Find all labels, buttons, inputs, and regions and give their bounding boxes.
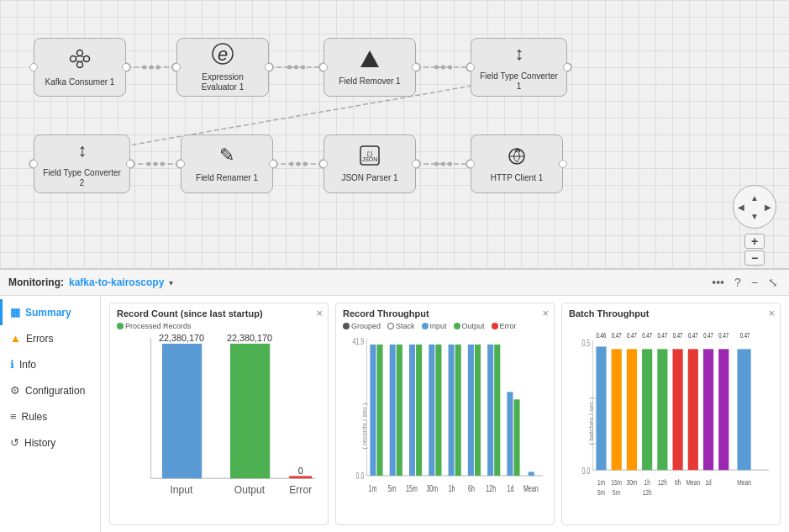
batch-throughput-close[interactable]: ×: [768, 307, 775, 319]
svg-rect-64: [390, 345, 396, 476]
node-expr[interactable]: eExpression Evaluator 1: [176, 38, 269, 97]
node-renamer[interactable]: ✎Field Renamer 1: [181, 134, 273, 193]
node-remover-icon: [359, 48, 381, 75]
svg-line-39: [80, 61, 84, 62]
svg-point-35: [84, 56, 90, 62]
svg-text:0: 0: [298, 465, 303, 475]
node-http[interactable]: HTTP Client 1: [471, 134, 563, 193]
compass-ring[interactable]: ▲ ◀ ▶ ▼: [733, 185, 776, 229]
svg-text:1d: 1d: [705, 478, 712, 487]
batch-throughput-svg: 0.5 0.0 0.46 0.47 0.47 0.47 0.47 0.47 0.…: [569, 322, 773, 519]
monitoring-more-btn[interactable]: •••: [709, 276, 727, 289]
input-bar[interactable]: [162, 344, 202, 478]
monitoring-minimize-btn[interactable]: −: [749, 276, 760, 289]
sidebar-item-configuration[interactable]: ⚙ Configuration: [0, 377, 100, 403]
sidebar-item-summary-label: Summary: [25, 307, 71, 319]
svg-text:0.0: 0.0: [581, 466, 590, 476]
monitoring-header: Monitoring: kafka-to-kairoscopy ▾ ••• ? …: [0, 269, 789, 296]
node-http-icon: [506, 145, 528, 171]
record-throughput-chart: Record Throughput × Grouped Stack Input …: [335, 303, 555, 525]
output-bar[interactable]: [230, 344, 270, 478]
node-json-left-port: [319, 160, 328, 168]
node-converter2-icon: ↕: [71, 140, 93, 166]
svg-point-1: [150, 66, 154, 70]
node-json-right-port: [412, 160, 420, 168]
svg-rect-62: [370, 345, 376, 476]
compass-right-arrow[interactable]: ▶: [765, 203, 771, 212]
record-count-title: Record Count (since last startup): [117, 308, 321, 319]
node-json-label: JSON Parser 1: [341, 173, 397, 183]
svg-text:0.47: 0.47: [627, 331, 637, 340]
node-remover-left-port: [319, 63, 328, 71]
svg-rect-103: [612, 349, 622, 470]
compass-left-arrow[interactable]: ◀: [738, 203, 744, 212]
svg-point-6: [294, 66, 298, 70]
svg-text:22,380,170: 22,380,170: [159, 333, 204, 343]
svg-rect-102: [596, 346, 606, 470]
monitoring-help-btn[interactable]: ?: [732, 276, 744, 289]
sidebar-item-errors[interactable]: ▲ Errors: [0, 325, 100, 351]
batch-throughput-y-label: ( batches / sec ): [587, 397, 595, 445]
batch-throughput-chart: Batch Throughput × ( batches / sec ) 0.5…: [561, 303, 781, 525]
sidebar-item-errors-label: Errors: [26, 333, 54, 345]
svg-text:6h: 6h: [468, 484, 475, 494]
svg-point-22: [290, 162, 294, 166]
svg-rect-63: [377, 345, 383, 476]
sidebar-item-history-label: History: [24, 437, 55, 449]
monitoring-content: ▦ Summary ▲ Errors ℹ Info ⚙ Configuratio…: [0, 296, 789, 532]
node-json[interactable]: {;}JSONJSON Parser 1: [323, 134, 416, 193]
node-converter1-label: Field Type Converter 1: [478, 71, 560, 92]
svg-point-10: [434, 66, 439, 70]
svg-rect-109: [703, 349, 713, 470]
node-kafka[interactable]: Kafka Consumer 1: [34, 38, 126, 97]
node-json-icon: {;}JSON: [359, 145, 381, 171]
zoom-out-button[interactable]: −: [744, 250, 765, 266]
node-kafka-right-port: [122, 63, 130, 71]
svg-rect-72: [468, 345, 474, 476]
node-kafka-left-port: [29, 63, 38, 71]
batch-throughput-chart-body: ( batches / sec ) 0.5 0.0 0.46 0.47 0.47…: [569, 322, 773, 519]
monitoring-dropdown-icon[interactable]: ▾: [169, 278, 173, 287]
sidebar-item-history[interactable]: ↺ History: [0, 429, 100, 456]
svg-rect-77: [514, 399, 520, 476]
record-count-legend: Processed Records: [117, 322, 321, 330]
record-count-svg: 22,380,170 22,380,170 0 Input Output Err…: [117, 332, 321, 519]
svg-text:1d: 1d: [508, 484, 514, 494]
svg-rect-110: [718, 349, 729, 470]
navigation-compass: ▲ ◀ ▶ ▼ + −: [733, 185, 776, 266]
svg-rect-66: [409, 345, 415, 476]
svg-text:Mean: Mean: [523, 484, 539, 494]
sidebar-item-summary[interactable]: ▦ Summary: [0, 299, 100, 325]
node-http-right-port: [559, 160, 567, 168]
compass-up-arrow[interactable]: ▲: [750, 193, 759, 203]
svg-rect-107: [673, 349, 683, 470]
svg-rect-104: [627, 349, 637, 470]
record-throughput-close[interactable]: ×: [542, 307, 549, 319]
compass-down-arrow[interactable]: ▼: [750, 212, 759, 221]
svg-rect-75: [494, 345, 500, 476]
svg-text:0.47: 0.47: [688, 331, 698, 340]
monitoring-expand-btn[interactable]: ⤡: [765, 276, 781, 289]
zoom-in-button[interactable]: +: [744, 234, 765, 249]
node-remover[interactable]: Field Remover 1: [323, 38, 416, 97]
node-expr-left-port: [172, 63, 181, 71]
node-converter2[interactable]: ↕Field Type Converter 2: [34, 134, 130, 193]
svg-rect-69: [435, 345, 441, 476]
svg-text:0.5: 0.5: [581, 339, 590, 349]
node-remover-label: Field Remover 1: [339, 76, 400, 87]
svg-text:5m: 5m: [597, 487, 605, 496]
monitoring-pipeline-name[interactable]: kafka-to-kairoscopy: [69, 277, 164, 288]
record-count-close[interactable]: ×: [316, 307, 323, 319]
node-renamer-left-port: [176, 160, 185, 168]
node-converter2-left-port: [29, 160, 38, 168]
sidebar-item-info[interactable]: ℹ Info: [0, 351, 100, 377]
svg-text:1m: 1m: [369, 484, 377, 494]
svg-text:↕: ↕: [77, 140, 87, 161]
node-converter1[interactable]: ↕Field Type Converter 1: [471, 38, 567, 97]
pipeline-canvas[interactable]: ▲ ◀ ▶ ▼ + − Kafka Consumer 1eExpression …: [0, 0, 789, 269]
record-count-chart-body: 22,380,170 22,380,170 0 Input Output Err…: [117, 332, 321, 519]
node-http-left-port: [466, 160, 475, 168]
svg-rect-105: [642, 349, 652, 470]
summary-icon: ▦: [10, 306, 20, 319]
sidebar-item-rules[interactable]: ≡ Rules: [0, 403, 100, 429]
